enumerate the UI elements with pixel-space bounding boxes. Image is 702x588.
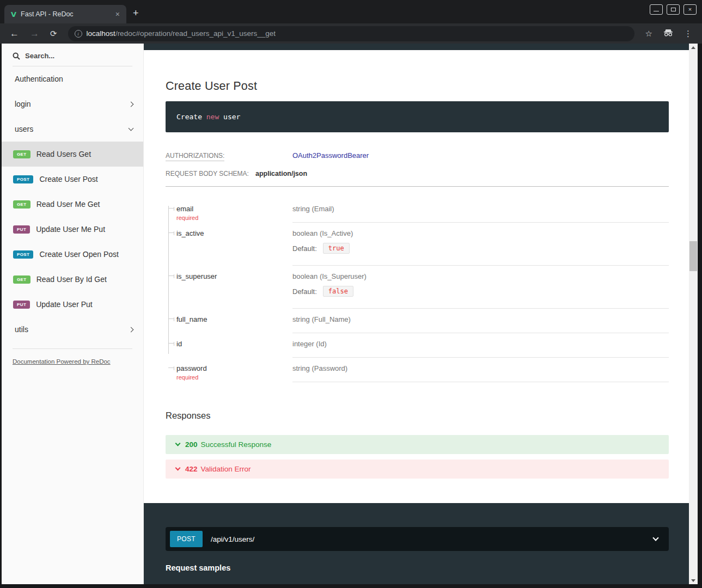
window-controls: × [650,4,697,15]
method-badge-put: PUT [13,301,30,309]
scrollbar-thumb[interactable] [689,241,697,271]
tree-tick-icon [168,275,174,276]
sidebar-op-read-users-get[interactable]: GET Read Users Get [2,142,143,167]
bookmark-star-icon[interactable]: ☆ [641,29,657,39]
minimize-button[interactable] [650,4,663,15]
reload-button[interactable]: ⟳ [46,28,62,40]
field-row-id: id integer (Id) [166,333,669,358]
sidebar-op-read-user-me-get[interactable]: GET Read User Me Get [2,192,143,217]
method-badge-post: POST [170,531,203,547]
maximize-icon [671,8,676,11]
field-row-email: email required string (Email) [166,198,669,223]
method-badge-post: POST [13,250,33,259]
field-name: password [176,364,287,372]
response-label: Validation Error [201,465,251,473]
url-text: localhost/redoc#operation/read_users_api… [87,29,276,38]
forward-button[interactable]: → [26,27,44,40]
sidebar-op-update-user-put[interactable]: PUT Update User Put [2,292,143,317]
field-row-full-name: full_name string (Full_Name) [166,309,669,333]
default-label: Default: [292,244,317,253]
request-samples-title: Request samples [166,564,669,572]
sidebar-op-update-user-me-put[interactable]: PUT Update User Me Put [2,217,143,242]
scroll-down-arrow[interactable] [689,577,698,584]
url-path: /redoc#operation/read_users_api_v1_users… [115,29,276,38]
triangle-up-icon [691,46,695,49]
redoc-attribution-link[interactable]: Documentation Powered by ReDoc [13,358,111,365]
tab-strip: V Fast API - ReDoc × + × [0,0,702,23]
vite-favicon-icon: V [11,10,16,19]
chevron-down-icon [129,126,134,131]
sidebar-item-users[interactable]: users [2,117,143,142]
chevron-right-icon [129,327,134,332]
new-tab-button[interactable]: + [133,8,139,19]
redoc-app: Authentication login users GET Read User… [2,44,698,584]
sidebar-item-label: Authentication [15,75,133,83]
response-422-row[interactable]: 422 Validation Error [166,460,669,479]
browser-toolbar: ← → ⟳ i localhost/redoc#operation/read_u… [0,23,702,44]
field-type: string (Email) [292,205,669,213]
response-code: 200 [185,440,198,449]
tree-tick-icon [168,232,174,233]
sidebar-op-label: Read User By Id Get [36,275,107,284]
request-body-schema-row: REQUEST BODY SCHEMA:application/json [166,170,669,187]
tree-tick-icon [168,367,174,368]
browser-menu-icon[interactable]: ⋮ [680,29,697,39]
incognito-icon [659,29,677,38]
sidebar-item-login[interactable]: login [2,91,143,117]
endpoint-dropdown[interactable]: POST /api/v1/users/ [166,527,669,551]
sidebar-op-label: Create User Open Post [39,250,119,259]
request-body-media-type: application/json [255,170,307,177]
chevron-right-icon [129,101,134,107]
main-content: Create User Post Create new user AUTHORI… [144,44,689,584]
scroll-up-arrow[interactable] [689,44,698,51]
sidebar-item-utils[interactable]: utils [2,317,143,342]
sidebar-op-label: Read User Me Get [36,200,100,209]
back-button[interactable]: ← [5,27,23,40]
browser-tab[interactable]: V Fast API - ReDoc × [4,5,126,23]
required-label: required [176,215,287,221]
close-button[interactable]: × [683,4,697,15]
sidebar-op-create-user-open-post[interactable]: POST Create User Open Post [2,242,143,267]
sidebar-op-label: Create User Post [39,175,97,183]
tree-tick-icon [168,343,174,344]
field-row-is-superuser: is_superuser boolean (Is_Superuser) Defa… [166,266,669,309]
authorizations-link[interactable]: OAuth2PasswordBearer [292,151,369,160]
sidebar-item-authentication[interactable]: Authentication [2,66,143,91]
sidebar-op-label: Update User Me Put [36,225,105,234]
field-type: string (Password) [292,364,669,372]
field-row-password: password required string (Password) [166,358,669,382]
response-200-row[interactable]: 200 Successful Response [166,435,669,454]
tree-tick-icon [168,208,174,209]
sidebar-op-label: Read Users Get [36,150,91,158]
sidebar-op-read-user-by-id-get[interactable]: GET Read User By Id Get [2,267,143,292]
field-name: email [176,205,287,213]
field-name: full_name [176,315,287,323]
sidebar: Authentication login users GET Read User… [2,44,144,584]
method-badge-get: GET [13,150,30,158]
site-info-icon[interactable]: i [75,30,82,38]
field-type: boolean (Is_Superuser) [292,272,669,280]
field-name: id [176,340,287,348]
code-highlight: new [206,113,219,121]
browser-chrome: V Fast API - ReDoc × + × ← → ⟳ i localho… [0,0,702,44]
url-host: localhost [87,29,115,38]
minimize-icon [654,11,659,11]
operation-section: Create User Post Create new user AUTHORI… [144,50,689,479]
address-bar[interactable]: i localhost/redoc#operation/read_users_a… [68,26,634,41]
method-badge-get: GET [13,275,30,284]
endpoint-path: /api/v1/users/ [211,535,254,543]
page-scrollbar[interactable] [689,44,698,584]
authorizations-label: AUTHORIZATIONS: [166,152,292,160]
method-badge-put: PUT [13,225,30,234]
required-label: required [176,374,287,381]
search-input[interactable] [25,52,112,60]
search-row [13,44,132,66]
responses-title: Responses [166,411,669,421]
operation-description-code: Create new user [166,101,669,132]
sidebar-item-label: users [15,125,129,133]
chevron-down-icon [175,441,181,446]
search-icon [13,52,20,60]
sidebar-op-create-user-post[interactable]: POST Create User Post [2,167,143,192]
maximize-button[interactable] [667,4,680,15]
tab-close-icon[interactable]: × [113,9,122,19]
